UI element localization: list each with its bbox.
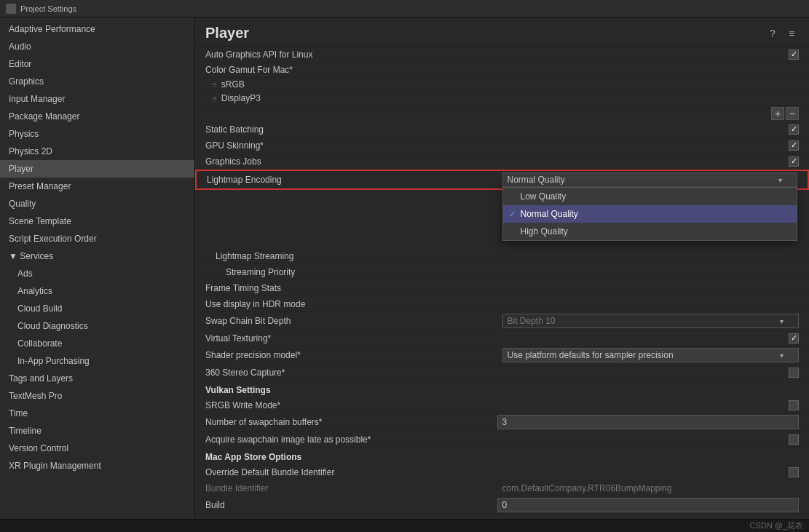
graphics-jobs-row: Graphics Jobs: [195, 154, 809, 170]
num-swapchain-label: Number of swapchain buffers*: [205, 417, 497, 427]
sidebar-item-ads[interactable]: Ads: [0, 265, 194, 282]
titlebar-icon: [6, 4, 16, 14]
lightmap-encoding-container: Lightmap Encoding Normal Quality ▾ ✓ Low…: [195, 170, 809, 190]
auto-graphics-api-row: Auto Graphics API for Linux: [195, 47, 809, 63]
sidebar-item-editor[interactable]: Editor: [0, 55, 194, 73]
lightmap-option-low[interactable]: ✓ Low Quality: [503, 188, 797, 205]
sidebar-item-cloud-diagnostics[interactable]: Cloud Diagnostics: [0, 317, 194, 335]
srgb-write-mode-checkbox[interactable]: [789, 400, 799, 410]
lightmap-option-normal[interactable]: ✓ Normal Quality: [503, 205, 797, 223]
sidebar-item-textmesh-pro[interactable]: TextMesh Pro: [0, 387, 194, 405]
sidebar-item-time[interactable]: Time: [0, 405, 194, 422]
mac-app-store-header: Mac App Store Options: [195, 448, 809, 464]
static-batching-checkbox[interactable]: [789, 124, 799, 135]
lightmap-encoding-dropdown-wrapper: Normal Quality ▾ ✓ Low Quality ✓ Normal …: [502, 172, 798, 187]
normal-quality-label: Normal Quality: [521, 209, 578, 219]
titlebar-title: Project Settings: [20, 4, 76, 13]
sidebar-item-graphics[interactable]: Graphics: [0, 73, 194, 90]
color-gamut-remove-button[interactable]: −: [786, 107, 799, 120]
help-button[interactable]: ?: [765, 26, 780, 41]
stereo-capture-checkbox[interactable]: [789, 368, 799, 378]
sidebar-item-player[interactable]: Player: [0, 160, 194, 178]
frame-timing-row: Frame Timing Stats: [195, 280, 809, 296]
shader-precision-value: Use platform defaults for sampler precis…: [508, 350, 674, 360]
sidebar-item-xr-plugin-management[interactable]: XR Plugin Management: [0, 457, 194, 475]
color-gamut-add-button[interactable]: +: [771, 107, 784, 120]
num-swapchain-row: Number of swapchain buffers* 3: [195, 413, 809, 432]
lightmap-encoding-row: Lightmap Encoding Normal Quality ▾ ✓ Low…: [197, 171, 808, 188]
sidebar-item-audio[interactable]: Audio: [0, 38, 194, 55]
srgb-label: sRGB: [221, 79, 245, 90]
graphics-jobs-checkbox[interactable]: [789, 156, 799, 167]
main-layout: Adaptive Performance Audio Editor Graphi…: [0, 17, 809, 519]
lightmap-encoding-label: Lightmap Encoding: [207, 175, 502, 185]
srgb-write-mode-label: SRGB Write Mode*: [205, 400, 789, 410]
swap-chain-dropdown[interactable]: Bit Depth 10 ▾: [502, 314, 800, 328]
sidebar-item-script-execution-order[interactable]: Script Execution Order: [0, 230, 194, 247]
shader-precision-dropdown[interactable]: Use platform defaults for sampler precis…: [502, 348, 800, 362]
normal-quality-checkmark: ✓: [509, 209, 516, 219]
use-display-hdr-label: Use display in HDR mode: [205, 299, 799, 309]
gpu-skinning-label: GPU Skinning*: [205, 140, 789, 151]
drag-handle-srgb: ≡: [213, 81, 217, 89]
lightmap-option-high[interactable]: ✓ High Quality: [503, 223, 797, 240]
auto-graphics-api-label: Auto Graphics API for Linux: [205, 49, 789, 60]
virtual-texturing-checkbox[interactable]: [789, 333, 799, 344]
sidebar-item-analytics[interactable]: Analytics: [0, 282, 194, 300]
graphics-jobs-label: Graphics Jobs: [205, 156, 789, 167]
sidebar-item-quality[interactable]: Quality: [0, 195, 194, 213]
bundle-identifier-value: com.DefaultCompany.RTR06BumpMapping: [502, 483, 800, 493]
override-bundle-checkbox[interactable]: [789, 467, 799, 477]
virtual-texturing-row: Virtual Texturing*: [195, 330, 809, 346]
content-header: Player ? ≡: [195, 17, 809, 47]
sidebar-item-preset-manager[interactable]: Preset Manager: [0, 178, 194, 195]
settings-icon-button[interactable]: ≡: [784, 26, 799, 41]
lightmap-encoding-dropdown[interactable]: Normal Quality ▾: [502, 172, 798, 187]
bundle-identifier-label: Bundle Identifier: [205, 483, 502, 493]
color-gamut-displayp3: ≡ DisplayP3: [195, 92, 809, 106]
low-quality-label: Low Quality: [521, 191, 567, 202]
sidebar-item-collaborate[interactable]: Collaborate: [0, 335, 194, 352]
bottom-bar-text: CSDN @_花衣: [749, 520, 803, 531]
acquire-swapchain-checkbox[interactable]: [789, 434, 799, 445]
shader-precision-row: Shader precision model* Use platform def…: [195, 346, 809, 365]
sidebar-item-version-control[interactable]: Version Control: [0, 440, 194, 457]
sidebar-item-services[interactable]: ▼ Services: [0, 247, 194, 265]
sidebar-item-package-manager[interactable]: Package Manager: [0, 108, 194, 125]
sidebar-item-physics-2d[interactable]: Physics 2D: [0, 143, 194, 160]
sidebar-item-adaptive-performance[interactable]: Adaptive Performance: [0, 20, 194, 38]
streaming-priority-label: Streaming Priority: [205, 267, 799, 277]
acquire-swapchain-label: Acquire swapchain image late as possible…: [205, 434, 789, 445]
color-gamut-controls: + −: [195, 106, 809, 122]
swap-chain-value: Bit Depth 10: [508, 316, 556, 326]
sidebar-item-tags-and-layers[interactable]: Tags and Layers: [0, 370, 194, 387]
sidebar-item-input-manager[interactable]: Input Manager: [0, 90, 194, 108]
swap-chain-label: Swap Chain Bit Depth: [205, 316, 502, 326]
high-quality-label: High Quality: [521, 226, 568, 237]
sidebar-item-cloud-build[interactable]: Cloud Build: [0, 300, 194, 317]
color-gamut-srgb: ≡ sRGB: [195, 78, 809, 92]
sidebar-item-in-app-purchasing[interactable]: In-App Purchasing: [0, 352, 194, 370]
sidebar-item-physics[interactable]: Physics: [0, 125, 194, 143]
shader-precision-dropdown-wrapper: Use platform defaults for sampler precis…: [502, 348, 800, 362]
build-label: Build: [205, 500, 497, 510]
sidebar-item-timeline[interactable]: Timeline: [0, 422, 194, 440]
static-batching-label: Static Batching: [205, 124, 789, 135]
stereo-capture-label: 360 Stereo Capture*: [205, 368, 789, 378]
color-gamut-label: Color Gamut For Mac*: [205, 65, 799, 75]
lightmap-streaming-row: Lightmap Streaming: [195, 248, 809, 264]
vulkan-settings-header: Vulkan Settings: [195, 381, 809, 397]
lightmap-streaming-label: Lightmap Streaming: [205, 251, 799, 261]
stereo-capture-row: 360 Stereo Capture*: [195, 365, 809, 381]
auto-graphics-api-checkbox[interactable]: [789, 49, 799, 60]
build-input[interactable]: 0: [497, 498, 800, 512]
sidebar: Adaptive Performance Audio Editor Graphi…: [0, 17, 195, 519]
static-batching-row: Static Batching: [195, 122, 809, 138]
gpu-skinning-checkbox[interactable]: [789, 140, 799, 151]
srgb-write-mode-row: SRGB Write Mode*: [195, 397, 809, 413]
num-swapchain-input[interactable]: 3: [497, 415, 800, 429]
sidebar-item-scene-template[interactable]: Scene Template: [0, 213, 194, 230]
shader-precision-arrow: ▾: [780, 352, 784, 360]
header-icons: ? ≡: [765, 26, 799, 41]
swap-chain-row: Swap Chain Bit Depth Bit Depth 10 ▾: [195, 312, 809, 330]
